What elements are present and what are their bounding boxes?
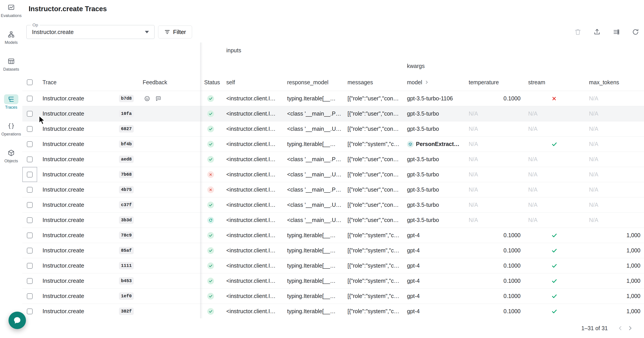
pagination-range: 1–31 of 31 bbox=[582, 325, 608, 332]
row-checkbox[interactable] bbox=[27, 232, 33, 238]
row-checkbox[interactable] bbox=[27, 187, 33, 193]
row-checkbox[interactable] bbox=[27, 111, 33, 117]
select-all-checkbox[interactable] bbox=[27, 79, 33, 85]
cell-feedback bbox=[141, 91, 200, 106]
table-row[interactable]: Instructor.create c37f <instructor.clien… bbox=[22, 198, 644, 212]
trace-name[interactable]: Instructor.create bbox=[42, 262, 84, 269]
row-checkbox-cell bbox=[22, 243, 37, 258]
cell-status bbox=[200, 212, 224, 228]
trace-id-badge[interactable]: 1111 bbox=[119, 262, 134, 269]
row-checkbox[interactable] bbox=[27, 96, 33, 102]
row-checkbox[interactable] bbox=[27, 278, 33, 284]
table-row[interactable]: Instructor.create 78c9 <instructor.clien… bbox=[22, 228, 644, 243]
column-header-self[interactable]: self bbox=[224, 74, 285, 91]
row-checkbox[interactable] bbox=[27, 308, 33, 314]
trace-name[interactable]: Instructor.create bbox=[42, 278, 84, 284]
cell-feedback bbox=[141, 106, 200, 121]
trace-name[interactable]: Instructor.create bbox=[42, 126, 84, 132]
table-row[interactable]: Instructor.create 382f <instructor.clien… bbox=[22, 304, 644, 318]
trace-id-badge[interactable]: 6827 bbox=[119, 125, 134, 132]
stream-true-icon bbox=[552, 263, 557, 269]
delete-button[interactable] bbox=[574, 28, 582, 36]
table-row[interactable]: Instructor.create bf4b <instructor.clien… bbox=[22, 136, 644, 152]
row-checkbox[interactable] bbox=[27, 248, 33, 254]
cell-stream bbox=[526, 136, 587, 152]
trace-id-badge[interactable]: 85af bbox=[119, 247, 134, 254]
next-page-button[interactable] bbox=[625, 323, 635, 333]
trace-name[interactable]: Instructor.create bbox=[42, 292, 84, 300]
trace-name[interactable]: Instructor.create bbox=[42, 202, 84, 208]
trace-id-badge[interactable]: 7b68 bbox=[119, 171, 134, 178]
row-checkbox[interactable] bbox=[27, 202, 33, 208]
column-header-feedback[interactable]: Feedback bbox=[141, 74, 200, 91]
row-checkbox[interactable] bbox=[27, 217, 33, 223]
table-row[interactable]: Instructor.create 1111 <instructor.clien… bbox=[22, 258, 644, 274]
column-header-response-model[interactable]: response_model bbox=[285, 74, 345, 91]
sidebar-item-evaluations[interactable]: Evaluations bbox=[1, 3, 22, 18]
trace-name[interactable]: Instructor.create bbox=[42, 95, 84, 102]
table-row[interactable]: Instructor.create 85af <instructor.clien… bbox=[22, 243, 644, 258]
trace-id-badge[interactable]: 4b75 bbox=[119, 186, 134, 193]
row-checkbox[interactable] bbox=[27, 126, 33, 132]
trace-id-badge[interactable]: c37f bbox=[119, 201, 134, 208]
column-header-max-tokens[interactable]: max_tokens bbox=[587, 74, 644, 91]
table-row[interactable]: Instructor.create 10fa <instructor.clien… bbox=[22, 106, 644, 122]
row-checkbox[interactable] bbox=[27, 156, 33, 162]
row-checkbox-cell bbox=[22, 212, 37, 228]
refresh-button[interactable] bbox=[632, 28, 640, 36]
object-ref-chip[interactable]: PersonExtract… bbox=[407, 141, 460, 148]
trace-id-badge[interactable]: 78c9 bbox=[119, 232, 134, 239]
sidebar-item-operations[interactable]: Operations bbox=[1, 121, 21, 136]
trace-id-badge[interactable]: b453 bbox=[119, 277, 134, 284]
table-row[interactable]: Instructor.create b453 <instructor.clien… bbox=[22, 274, 644, 288]
sidebar-item-objects[interactable]: Objects bbox=[4, 148, 18, 164]
smiley-icon[interactable] bbox=[144, 96, 150, 102]
trace-name[interactable]: Instructor.create bbox=[42, 140, 84, 148]
sidebar-item-models[interactable]: Models bbox=[4, 30, 18, 45]
table-row[interactable]: Instructor.create 6827 <instructor.clien… bbox=[22, 122, 644, 136]
row-checkbox[interactable] bbox=[27, 172, 33, 178]
table-row[interactable]: Instructor.create 7b68 <instructor.clien… bbox=[22, 167, 644, 182]
previous-page-button[interactable] bbox=[616, 323, 625, 333]
trace-id-badge[interactable]: aed8 bbox=[119, 156, 134, 163]
table-row[interactable]: Instructor.create aed8 <instructor.clien… bbox=[22, 152, 644, 167]
trace-name[interactable]: Instructor.create bbox=[42, 216, 84, 224]
trace-name[interactable]: Instructor.create bbox=[42, 186, 84, 193]
trace-id-badge[interactable]: bf4b bbox=[119, 140, 134, 148]
trace-name[interactable]: Instructor.create bbox=[42, 308, 84, 315]
trace-name[interactable]: Instructor.create bbox=[42, 232, 84, 239]
column-header-model[interactable]: model bbox=[405, 74, 466, 91]
row-checkbox[interactable] bbox=[27, 263, 33, 269]
sidebar-item-traces[interactable]: Traces bbox=[4, 94, 18, 110]
row-checkbox-cell bbox=[22, 106, 37, 121]
trace-id-badge[interactable]: 1ef0 bbox=[119, 292, 134, 300]
chat-launcher-button[interactable] bbox=[8, 312, 26, 329]
trace-name[interactable]: Instructor.create bbox=[42, 156, 84, 163]
row-checkbox[interactable] bbox=[27, 141, 33, 147]
table-row[interactable]: Instructor.create 4b75 <instructor.clien… bbox=[22, 182, 644, 198]
op-select[interactable]: Op Instructor.create bbox=[26, 25, 154, 39]
sidebar-item-datasets[interactable]: Datasets bbox=[3, 56, 19, 72]
trace-id-badge[interactable]: 10fa bbox=[119, 110, 134, 117]
column-header-messages[interactable]: messages bbox=[345, 74, 405, 91]
trace-id-badge[interactable]: 3b3d bbox=[119, 216, 134, 224]
manage-columns-button[interactable] bbox=[612, 28, 620, 36]
row-checkbox-cell bbox=[22, 228, 37, 243]
trace-name[interactable]: Instructor.create bbox=[42, 247, 84, 254]
row-checkbox[interactable] bbox=[27, 293, 33, 299]
column-header-temperature[interactable]: temperature bbox=[466, 74, 526, 91]
column-header-trace[interactable]: Trace bbox=[37, 74, 141, 91]
table-row[interactable]: Instructor.create 3b3d <instructor.clien… bbox=[22, 212, 644, 228]
column-group-kwargs: kwargs bbox=[405, 58, 644, 74]
trace-id-badge[interactable]: b7d8 bbox=[119, 95, 134, 102]
column-header-status[interactable]: Status bbox=[200, 74, 224, 91]
table-row[interactable]: Instructor.create b7d8 <instructor.clien… bbox=[22, 91, 644, 106]
comment-icon[interactable] bbox=[155, 96, 162, 102]
column-header-stream[interactable]: stream bbox=[526, 74, 587, 91]
table-row[interactable]: Instructor.create 1ef0 <instructor.clien… bbox=[22, 288, 644, 304]
export-button[interactable] bbox=[593, 28, 601, 36]
trace-name[interactable]: Instructor.create bbox=[42, 110, 84, 117]
filter-button[interactable]: Filter bbox=[158, 26, 192, 38]
trace-id-badge[interactable]: 382f bbox=[119, 308, 134, 315]
trace-name[interactable]: Instructor.create bbox=[42, 171, 84, 178]
